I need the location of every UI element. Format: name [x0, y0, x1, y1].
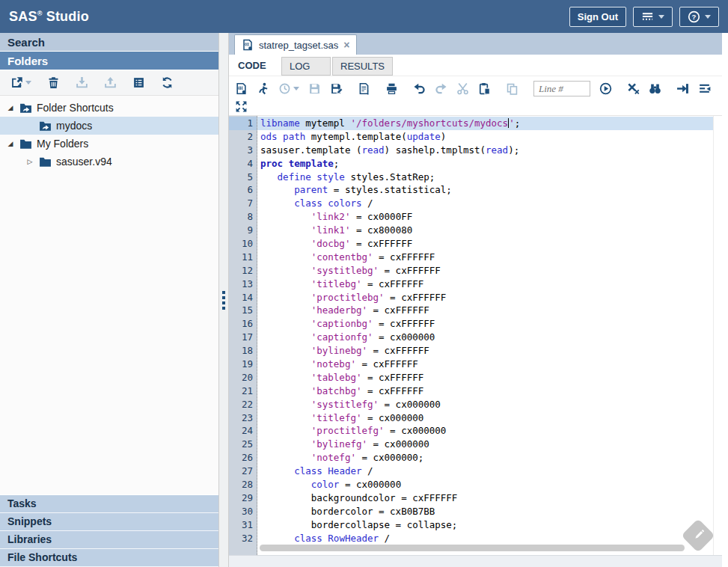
code-line-2[interactable]: ods path mytempl.template(update)	[257, 130, 713, 144]
find-replace-button[interactable]	[649, 82, 661, 95]
code-line-13[interactable]: 'titlebg' = cxFFFFFF	[257, 278, 713, 291]
tab-label: statrep_tagset.sas	[259, 40, 338, 51]
line-number-gutter: 1234567891011121314151617181920212223242…	[229, 116, 257, 555]
tree-item-mydocs[interactable]: mydocs	[0, 117, 218, 135]
code-line-4[interactable]: proc template;	[257, 157, 713, 171]
code-pane[interactable]: libname mytempl '/folders/myshortcuts/my…	[257, 116, 713, 555]
tree-item-my-folders[interactable]: ◢My Folders	[0, 135, 218, 153]
tab-statrep-tagset[interactable]: statrep_tagset.sas ×	[234, 34, 357, 55]
code-line-30[interactable]: bordercolor = cxB0B7BB	[257, 505, 713, 518]
tree-item-folder-shortcuts[interactable]: ◢Folder Shortcuts	[0, 99, 218, 117]
code-line-28[interactable]: color = cx000000	[257, 478, 713, 491]
tree-expanded-icon[interactable]: ◢	[6, 104, 15, 111]
search-section-header[interactable]: Search	[0, 33, 218, 52]
sidebar-section-libraries[interactable]: Libraries	[0, 531, 218, 549]
code-line-18[interactable]: 'bylinebg' = cxFFFFFF	[257, 344, 713, 358]
menu-icon	[641, 10, 654, 23]
code-line-1[interactable]: libname mytempl '/folders/myshortcuts/my…	[257, 117, 713, 130]
tree-item-sasuser-v94[interactable]: ▷sasuser.v94	[0, 153, 218, 171]
code-line-25[interactable]: 'bylinefg' = cx000000	[257, 438, 713, 451]
cut-icon	[456, 82, 469, 95]
horizontal-scrollbar[interactable]	[260, 545, 703, 552]
tab-code[interactable]: CODE	[230, 57, 280, 76]
tree-expanded-icon[interactable]: ◢	[6, 140, 15, 147]
line-number: 32	[229, 532, 257, 545]
code-line-16[interactable]: 'captionbg' = cxFFFFFF	[257, 317, 713, 331]
undo-button[interactable]	[413, 82, 426, 95]
folder-icon	[19, 102, 32, 114]
go-to-region-button[interactable]	[676, 82, 689, 95]
code-line-17[interactable]: 'captionfg' = cx000000	[257, 331, 713, 344]
code-line-8[interactable]: 'link2' = cx0000FF	[257, 210, 713, 224]
code-editor[interactable]: 1234567891011121314151617181920212223242…	[229, 115, 722, 555]
code-line-12[interactable]: 'systitlebg' = cxFFFFFF	[257, 264, 713, 278]
caret-down-icon	[658, 15, 664, 19]
code-line-22[interactable]: 'systitlefg' = cx000000	[257, 398, 713, 411]
tree-item-label: mydocs	[56, 120, 92, 132]
properties-button[interactable]	[132, 76, 145, 89]
code-line-7[interactable]: class colors /	[257, 197, 713, 210]
code-line-20[interactable]: 'tablebg' = cxFFFFFF	[257, 371, 713, 384]
format-code-button[interactable]	[698, 82, 711, 95]
line-number: 3	[229, 144, 257, 157]
program-icon	[235, 82, 248, 95]
refresh-button[interactable]	[161, 76, 174, 89]
upload-button	[104, 76, 117, 89]
line-number: 11	[229, 251, 257, 264]
program-summary-button[interactable]: ;	[358, 82, 370, 95]
code-line-14[interactable]: 'proctitlebg' = cxFFFFFF	[257, 291, 713, 304]
code-line-19[interactable]: 'notebg' = cxFFFFFF	[257, 358, 713, 371]
tab-log[interactable]: LOG	[281, 57, 331, 76]
code-line-27[interactable]: class Header /	[257, 465, 713, 478]
help-button[interactable]: ?	[679, 7, 719, 27]
pencil-icon	[688, 526, 708, 545]
folders-section-header[interactable]: Folders	[0, 52, 218, 70]
line-number: 20	[229, 371, 257, 384]
line-number: 9	[229, 224, 257, 237]
save-as-button[interactable]	[330, 82, 343, 95]
tree-collapsed-icon[interactable]: ▷	[25, 158, 34, 165]
code-line-32[interactable]: class RowHeader /	[257, 532, 713, 545]
code-line-29[interactable]: backgroundcolor = cxFFFFFF	[257, 491, 713, 505]
line-number: 28	[229, 478, 257, 491]
sas-program-button[interactable]	[235, 82, 248, 95]
tab-close-icon[interactable]: ×	[343, 40, 349, 50]
code-line-21[interactable]: 'batchbg' = cxFFFFFF	[257, 384, 713, 398]
sign-out-button[interactable]: Sign Out	[569, 7, 626, 27]
sidebar-section-tasks[interactable]: Tasks	[0, 495, 218, 513]
horizontal-scrollbar-thumb[interactable]	[260, 545, 685, 551]
run-button[interactable]	[257, 82, 269, 95]
code-line-24[interactable]: 'proctitlefg' = cx000000	[257, 424, 713, 438]
delete-button[interactable]	[47, 76, 60, 89]
paste-button[interactable]	[478, 82, 491, 95]
code-line-31[interactable]: bordercollapse = collapse;	[257, 518, 713, 532]
clear-code-button[interactable]	[627, 82, 640, 95]
code-line-6[interactable]: parent = styles.statistical;	[257, 183, 713, 197]
application-menu-button[interactable]	[633, 7, 673, 27]
tab-results[interactable]: RESULTS	[332, 57, 393, 76]
print-button[interactable]	[385, 82, 398, 95]
vertical-scrollbar[interactable]	[713, 116, 722, 555]
find-icon	[649, 82, 661, 95]
code-line-5[interactable]: define style styles.StatRep;	[257, 171, 713, 184]
maximize-view-button[interactable]	[235, 100, 248, 113]
status-strip	[229, 555, 722, 567]
code-line-15[interactable]: 'headerbg' = cxFFFFFF	[257, 304, 713, 317]
copy-icon	[506, 82, 519, 95]
download-button	[76, 76, 88, 89]
line-number: 26	[229, 451, 257, 465]
code-line-23[interactable]: 'titlefg' = cx000000	[257, 411, 713, 425]
sidebar-section-file-shortcuts[interactable]: File Shortcuts	[0, 549, 218, 567]
sidebar-splitter[interactable]	[218, 33, 229, 567]
line-number: 12	[229, 264, 257, 278]
goto-line-button[interactable]	[599, 82, 612, 95]
code-line-10[interactable]: 'docbg' = cxFFFFFF	[257, 237, 713, 251]
code-line-11[interactable]: 'contentbg' = cxFFFFFF	[257, 251, 713, 264]
goto-line-input[interactable]	[533, 81, 590, 96]
code-line-3[interactable]: sasuser.template (read) sashelp.tmplmst(…	[257, 144, 713, 157]
sidebar-section-snippets[interactable]: Snippets	[0, 513, 218, 531]
new-item-button[interactable]	[10, 76, 31, 89]
code-line-9[interactable]: 'link1' = cx800080	[257, 224, 713, 237]
code-line-26[interactable]: 'notefg' = cx000000;	[257, 451, 713, 465]
top-bar: SAS® Studio Sign Out ?	[0, 0, 728, 33]
